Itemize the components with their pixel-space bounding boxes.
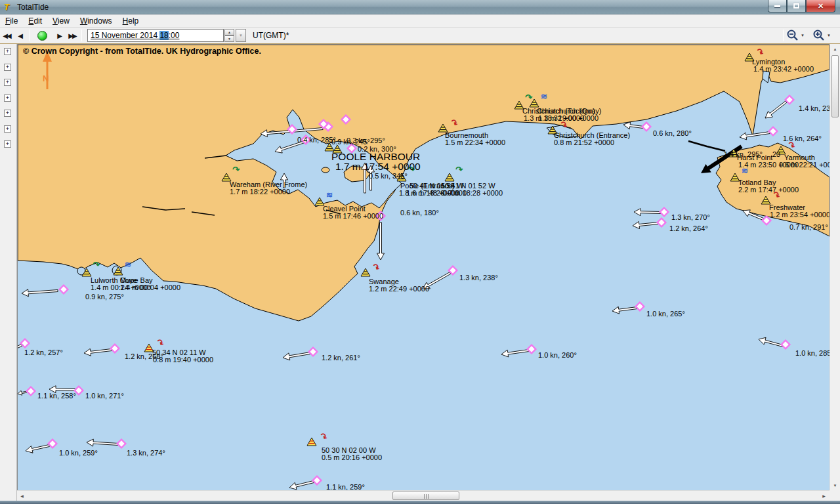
current-speed-label: 1.2 kn, 261° [322, 354, 360, 362]
scroll-up-arrow[interactable]: ▲ [830, 44, 840, 54]
menu-windows[interactable]: Windows [75, 15, 117, 27]
tree-expander[interactable]: + [4, 94, 11, 102]
current-speed-label: 1.0 kn, 271° [85, 392, 124, 400]
station-value-label: 1.7 m 17:54 +0000 [335, 161, 421, 172]
station-tree-panel: +++++++ [0, 44, 17, 501]
horizontal-scroll-thumb[interactable] [392, 492, 459, 500]
last-step-button[interactable]: ▶▶ [66, 29, 78, 42]
tree-expander[interactable]: + [4, 125, 11, 133]
station-value-label: 1.7 m 18:22 +0000 [230, 188, 290, 196]
vertical-scroll-thumb[interactable] [831, 55, 839, 117]
vertical-scrollbar[interactable]: ▲ ▼ [830, 44, 840, 490]
first-step-button[interactable]: ◀◀ [1, 29, 12, 42]
totaltide-window: T TotalTide ✕ FileEditViewWindowsHelp ◀◀… [0, 0, 840, 504]
current-speed-label: 1.0 kn, 285° [795, 349, 830, 357]
station-value-label: 2.2 m 17:47 +0000 [738, 186, 799, 194]
tree-expander[interactable]: + [4, 110, 11, 117]
current-speed-label: 1.1 kn, 259° [326, 483, 365, 490]
green-curl-icon: ↷ [232, 165, 240, 175]
station-value-label: 1.5 m 17:46 +0000 [323, 212, 383, 220]
maximize-icon [793, 3, 799, 9]
toolbar-separator [783, 30, 784, 41]
current-speed-label: 0.6 kn, 280° [653, 129, 692, 137]
station-value-label: 1.3 m 19:00 +0000 [538, 114, 598, 122]
previous-step-button[interactable]: ◀ [14, 29, 26, 42]
copyright-notice: © Crown Copyright - from TotalTide. UK H… [23, 47, 261, 56]
station-value-label: 1.5 m 22:34 +0000 [445, 138, 505, 146]
green-curl-icon: ↷ [93, 260, 100, 270]
svg-text:N: N [43, 74, 49, 83]
station-value-label: 1.4 m 00:04 +0000 [120, 284, 180, 291]
zoom-out-icon[interactable] [786, 29, 799, 42]
green-curl-icon: ↷ [525, 93, 533, 102]
zoom-in-icon[interactable] [812, 29, 826, 42]
current-speed-label: 1.0 kn, 260° [538, 351, 577, 359]
current-speed-label: 1.2 kn, 264° [669, 224, 708, 232]
current-speed-label: 0.7 kn, 291° [789, 223, 828, 231]
station-value-label: 1.4 m 23:42 +0000 [753, 65, 814, 73]
toolbar-separator [29, 30, 30, 41]
waves-icon: ≋ [541, 92, 547, 101]
main-area: +++++++ [0, 44, 840, 504]
zoom-out-caret[interactable]: ▼ [801, 33, 805, 37]
toolbar-separator [81, 30, 82, 41]
time-spin-down-button[interactable]: ▼ [224, 35, 234, 42]
station-value-label: 0.7 m 18:28 +0000 [442, 189, 503, 197]
station-value-label: 1.2 m 23:54 +0000 [770, 211, 830, 219]
scrollbar-corner [830, 490, 840, 501]
scroll-left-arrow[interactable]: ◀ [17, 491, 27, 501]
current-speed-label: 0.3 kn, 295° [346, 136, 385, 144]
close-button[interactable]: ✕ [806, 0, 835, 12]
selected-hour: 18 [159, 31, 168, 40]
tree-expander[interactable]: + [4, 140, 11, 148]
zoom-in-caret[interactable]: ▼ [827, 33, 831, 37]
menu-edit[interactable]: Edit [23, 15, 47, 27]
station-value-label: 0.8 m 19:40 +0000 [153, 356, 213, 364]
station-value-label: 0.8 m 21:52 +0000 [554, 138, 614, 146]
station-value-label: 0.6 m 22:21 +0000 [779, 161, 830, 169]
current-speed-label: 1.4 kn, 23 [799, 104, 830, 112]
datetime-dropdown-button[interactable]: ▼ [236, 29, 246, 42]
menu-view[interactable]: View [47, 15, 75, 27]
current-speed-label: 0.9 kn, 275° [85, 293, 124, 301]
menu-file[interactable]: File [0, 15, 23, 27]
minimize-button[interactable] [768, 0, 787, 12]
current-speed-label: 0.6 kn, 180° [400, 209, 439, 217]
tree-expander[interactable]: + [4, 79, 11, 86]
current-speed-label: 1.2 kn, 257° [24, 348, 63, 356]
scroll-down-arrow[interactable]: ▼ [830, 480, 840, 490]
now-button-green-light-icon[interactable] [37, 31, 47, 41]
minimize-icon [774, 5, 780, 7]
green-curl-icon: ↷ [455, 165, 463, 175]
window-bottom-frame [0, 501, 840, 504]
station-value-label: 1.2 m 22:49 +0000 [369, 285, 429, 293]
current-speed-label: 1.3 kn, 270° [671, 213, 710, 221]
current-speed-label: 1.1 kn, 258° [37, 392, 76, 400]
chart-map-container[interactable]: N © Crown Copyright - from TotalTide. UK… [17, 44, 830, 490]
current-speed-label: 23 [772, 150, 780, 158]
menu-help[interactable]: Help [117, 15, 144, 27]
datetime-input[interactable]: 15 November 2014 18:00 [87, 29, 224, 42]
next-step-button[interactable]: ▶ [53, 29, 65, 42]
current-speed-label: 1.0 kn, 259° [59, 449, 98, 457]
toolbar: ◀◀ ◀ ▶ ▶▶ 15 November 2014 18:00 ▲ ▼ ▼ U… [0, 28, 840, 44]
tidal-chart-map[interactable]: N © Crown Copyright - from TotalTide. UK… [18, 45, 830, 490]
datetime-value: 15 November 2014 18:00 [91, 31, 179, 40]
menu-bar: FileEditViewWindowsHelp [0, 14, 840, 28]
title-bar[interactable]: T TotalTide ✕ [0, 0, 840, 14]
current-speed-label: 1.3 kn, 274° [127, 449, 165, 457]
tree-expander[interactable]: + [4, 48, 11, 55]
horizontal-scrollbar[interactable]: ◀ ▶ [17, 490, 830, 501]
close-icon: ✕ [818, 2, 824, 10]
waves-icon: ≋ [326, 190, 333, 200]
scroll-right-arrow[interactable]: ▶ [819, 491, 829, 501]
current-speed-label: 1.6 kn, 264° [783, 135, 822, 142]
time-spin-up-button[interactable]: ▲ [224, 29, 234, 35]
station-value-label: 0.5 m 20:16 +0000 [322, 453, 382, 461]
current-speed-label: 0.5 kn, 345° [369, 172, 408, 180]
maximize-button[interactable] [787, 0, 806, 12]
waves-icon: ≋ [125, 260, 131, 269]
current-speed-label: 1.0 kn, 265° [646, 310, 685, 318]
harbour-island [322, 167, 329, 173]
tree-expander[interactable]: + [4, 64, 11, 71]
